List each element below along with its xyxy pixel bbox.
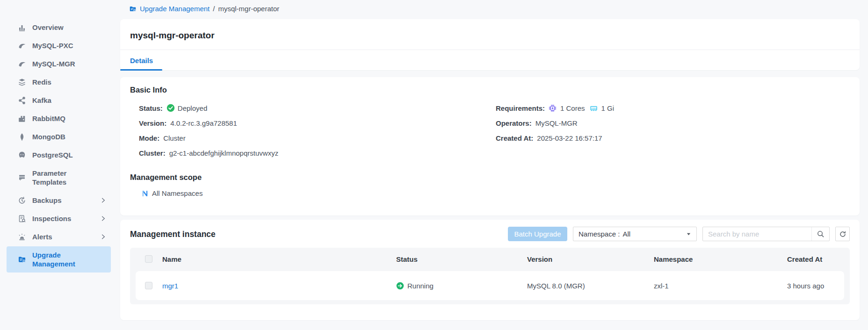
column-header-namespace: Namespace bbox=[654, 255, 787, 263]
sidebar-item-upgrade-management[interactable]: Upgrade Management bbox=[7, 246, 111, 273]
batch-upgrade-button[interactable]: Batch Upgrade bbox=[508, 227, 567, 241]
chevron-right-icon bbox=[100, 197, 106, 203]
sidebar-item-label: Inspections bbox=[32, 214, 71, 223]
instance-namespace: zxl-1 bbox=[654, 282, 787, 290]
namespace-filter-value: All bbox=[622, 230, 630, 238]
upgrade-management-icon bbox=[18, 255, 26, 264]
sidebar-item-label: Alerts bbox=[32, 232, 52, 241]
requirements-field: Requirements: 1 Cores 1 Gi bbox=[496, 100, 614, 115]
refresh-icon bbox=[839, 230, 846, 238]
tab-active-underline bbox=[120, 69, 162, 71]
table-header-row: Name Status Version Namespace Created At bbox=[130, 248, 850, 270]
status-field: Status: Deployed bbox=[139, 100, 278, 115]
sidebar-item-backups[interactable]: Backups bbox=[7, 192, 111, 209]
operators-value: MySQL-MGR bbox=[535, 119, 578, 127]
sidebar-item-mysql-pxc[interactable]: MySQL-PXC bbox=[7, 37, 111, 54]
check-circle-icon bbox=[166, 104, 175, 112]
column-header-status: Status bbox=[396, 255, 527, 263]
instance-name-link[interactable]: mgr1 bbox=[162, 282, 396, 290]
sidebar-item-label: RabbitMQ bbox=[32, 114, 65, 123]
status-value: Deployed bbox=[178, 104, 207, 112]
cluster-label: Cluster: bbox=[139, 149, 166, 157]
management-instance-card: Management instance Batch Upgrade Namesp… bbox=[120, 220, 860, 320]
overview-icon bbox=[18, 23, 26, 32]
namespace-icon bbox=[141, 190, 149, 197]
sidebar-item-label: MongoDB bbox=[32, 132, 65, 141]
cpu-icon bbox=[549, 104, 557, 112]
sidebar-item-kafka[interactable]: Kafka bbox=[7, 92, 111, 109]
kafka-icon bbox=[18, 96, 26, 105]
cluster-value: g2-c1-abcdefghijklmnopqrstuvwxyz bbox=[169, 149, 278, 157]
management-scope-heading: Management scope bbox=[130, 173, 202, 182]
version-value: 4.0.2-rc.3.g9a728581 bbox=[170, 119, 237, 127]
redis-icon bbox=[18, 78, 26, 86]
backups-icon bbox=[18, 196, 26, 205]
namespace-filter-select[interactable]: Namespace : All bbox=[573, 227, 697, 241]
select-all-checkbox[interactable] bbox=[145, 255, 152, 263]
tab-details[interactable]: Details bbox=[130, 57, 153, 65]
management-instance-heading: Management instance bbox=[130, 230, 216, 239]
refresh-button[interactable] bbox=[835, 227, 850, 241]
inspections-icon bbox=[18, 215, 26, 223]
sidebar-item-mongodb[interactable]: MongoDB bbox=[7, 128, 111, 145]
basic-info-heading: Basic Info bbox=[130, 86, 167, 94]
sidebar-item-rabbitmq[interactable]: RabbitMQ bbox=[7, 110, 111, 127]
cpu-value: 1 Cores bbox=[560, 104, 585, 112]
sidebar-item-inspections[interactable]: Inspections bbox=[7, 210, 111, 227]
chevron-right-icon bbox=[100, 215, 106, 222]
title-card: mysql-mgr-operator Details bbox=[120, 19, 860, 70]
breadcrumb-separator: / bbox=[213, 5, 215, 13]
requirements-label: Requirements: bbox=[496, 104, 545, 112]
version-field: Version: 4.0.2-rc.3.g9a728581 bbox=[139, 115, 278, 130]
namespace-filter-label: Namespace : bbox=[579, 230, 620, 238]
sidebar-item-redis[interactable]: Redis bbox=[7, 73, 111, 91]
mode-label: Mode: bbox=[139, 134, 159, 142]
instance-status: Running bbox=[396, 282, 527, 290]
sidebar-item-label: Kafka bbox=[32, 96, 51, 105]
sidebar-item-label: MySQL-PXC bbox=[32, 41, 73, 50]
breadcrumb-current: mysql-mgr-operator bbox=[218, 5, 279, 13]
status-label: Status: bbox=[139, 104, 163, 112]
column-header-name: Name bbox=[162, 255, 396, 263]
table-row: mgr1 Running MySQL 8.0 (MGR) zxl-1 3 hou… bbox=[136, 271, 844, 300]
basic-info-card: Basic Info Status: Deployed Version: 4.0… bbox=[120, 77, 860, 215]
sidebar-item-mysql-mgr[interactable]: MySQL-MGR bbox=[7, 55, 111, 72]
sidebar-item-label: Backups bbox=[32, 196, 62, 205]
sidebar-item-postgresql[interactable]: PostgreSQL bbox=[7, 146, 111, 164]
sidebar-item-overview[interactable]: Overview bbox=[7, 19, 111, 36]
instances-table: Name Status Version Namespace Created At… bbox=[130, 248, 850, 304]
operators-field: Operators: MySQL-MGR bbox=[496, 115, 614, 130]
created-at-value: 2025-03-22 16:57:17 bbox=[537, 134, 602, 142]
sidebar-item-label: Redis bbox=[32, 78, 51, 86]
sidebar-item-alerts[interactable]: Alerts bbox=[7, 228, 111, 245]
page-title: mysql-mgr-operator bbox=[120, 19, 860, 41]
status-badge: Deployed bbox=[166, 104, 207, 112]
instance-status-text: Running bbox=[407, 282, 434, 290]
column-header-created-at: Created At bbox=[787, 255, 850, 263]
cluster-field: Cluster: g2-c1-abcdefghijklmnopqrstuvwxy… bbox=[139, 145, 278, 160]
mode-field: Mode: Cluster bbox=[139, 130, 278, 145]
sidebar: Overview MySQL-PXC MySQL-MGR Redis Kafka… bbox=[0, 0, 114, 330]
row-checkbox[interactable] bbox=[145, 282, 152, 289]
breadcrumb: Upgrade Management / mysql-mgr-operator bbox=[129, 5, 279, 13]
breadcrumb-root-link[interactable]: Upgrade Management bbox=[140, 5, 210, 13]
tab-bar: Details bbox=[120, 50, 860, 71]
sidebar-item-parameter-templates[interactable]: Parameter Templates bbox=[7, 165, 111, 191]
search-icon[interactable] bbox=[811, 227, 829, 241]
running-status-icon bbox=[396, 282, 404, 290]
rabbitmq-icon bbox=[18, 115, 26, 123]
instance-created-at: 3 hours ago bbox=[787, 282, 844, 290]
parameter-templates-icon bbox=[18, 173, 26, 182]
alerts-icon bbox=[18, 233, 26, 241]
sidebar-item-label: Upgrade Management bbox=[32, 251, 85, 268]
upgrade-management-icon bbox=[129, 5, 137, 13]
version-label: Version: bbox=[139, 119, 166, 127]
search-box bbox=[702, 227, 830, 241]
mysql-icon bbox=[18, 60, 26, 68]
sidebar-item-label: Parameter Templates bbox=[32, 169, 85, 187]
created-at-field: Created At: 2025-03-22 16:57:17 bbox=[496, 130, 614, 145]
mongodb-icon bbox=[18, 133, 26, 141]
postgresql-icon bbox=[18, 151, 26, 159]
search-input[interactable] bbox=[703, 227, 811, 241]
sidebar-item-label: PostgreSQL bbox=[32, 151, 73, 159]
